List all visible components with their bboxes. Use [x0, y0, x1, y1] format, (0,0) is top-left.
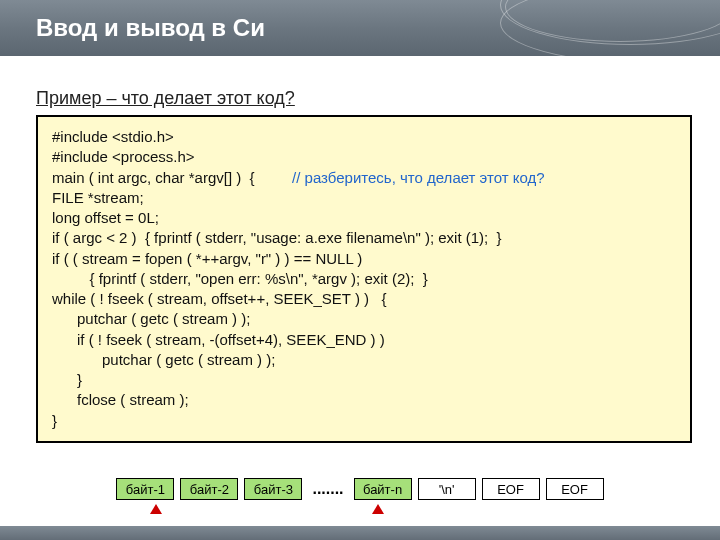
- code-line: if ( argc < 2 ) { fprintf ( stderr, "usa…: [52, 228, 676, 248]
- slide-content: Пример – что делает этот код? #include <…: [36, 88, 692, 443]
- header-decoration: [500, 0, 720, 64]
- code-line: if ( ! fseek ( stream, -(offset+4), SEEK…: [52, 330, 676, 350]
- code-line: #include <process.h>: [52, 147, 676, 167]
- code-line: { fprintf ( stderr, "open err: %s\n", *a…: [52, 269, 676, 289]
- example-subtitle: Пример – что делает этот код?: [36, 88, 692, 109]
- code-line: }: [52, 411, 676, 431]
- code-line: putchar ( getc ( stream ) );: [52, 309, 676, 329]
- byte-cell: байт-3: [244, 478, 302, 500]
- code-line: if ( ( stream = fopen ( *++argv, "r" ) )…: [52, 249, 676, 269]
- byte-cell: байт-2: [180, 478, 238, 500]
- byte-eof: EOF: [546, 478, 604, 500]
- code-line: #include <stdio.h>: [52, 127, 676, 147]
- code-text: main ( int argc, char *argv[] ) {: [52, 169, 292, 186]
- code-line: while ( ! fseek ( stream, offset++, SEEK…: [52, 289, 676, 309]
- byte-cell: байт-1: [116, 478, 174, 500]
- code-line: long offset = 0L;: [52, 208, 676, 228]
- pointer-arrow-icon: [150, 504, 162, 514]
- code-line: main ( int argc, char *argv[] ) { // раз…: [52, 168, 676, 188]
- pointer-arrow-icon: [372, 504, 384, 514]
- byte-ellipsis: .......: [308, 480, 347, 498]
- byte-cell: байт-n: [354, 478, 412, 500]
- slide-header: Ввод и вывод в Си: [0, 0, 720, 56]
- code-line: putchar ( getc ( stream ) );: [52, 350, 676, 370]
- code-block: #include <stdio.h> #include <process.h> …: [36, 115, 692, 443]
- code-line: }: [52, 370, 676, 390]
- byte-eof: EOF: [482, 478, 540, 500]
- slide-title: Ввод и вывод в Си: [36, 14, 265, 42]
- slide-footer: [0, 526, 720, 540]
- byte-row: байт-1 байт-2 байт-3 ....... байт-n '\n'…: [0, 478, 720, 500]
- code-line: fclose ( stream );: [52, 390, 676, 410]
- byte-newline: '\n': [418, 478, 476, 500]
- code-comment: // разберитесь, что делает этот код?: [292, 169, 544, 186]
- code-line: FILE *stream;: [52, 188, 676, 208]
